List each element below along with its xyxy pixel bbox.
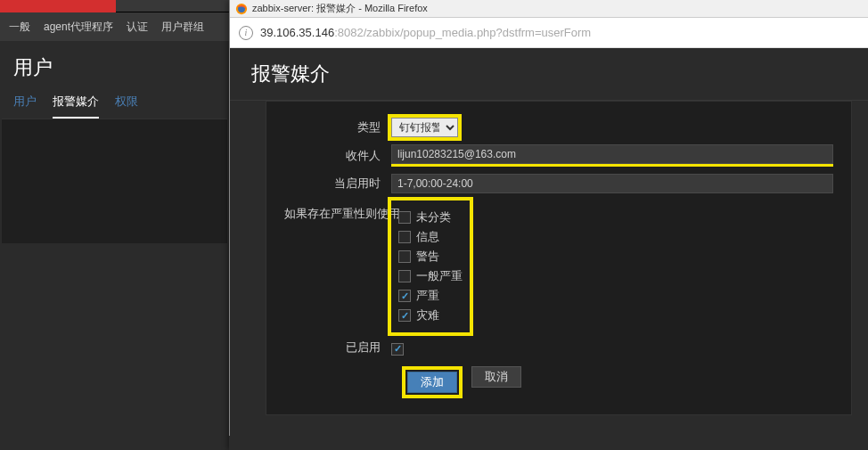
checkbox-average[interactable] bbox=[398, 270, 411, 282]
row-when: 当启用时 bbox=[284, 174, 833, 193]
window-title: zabbix-server: 报警媒介 - Mozilla Firefox bbox=[252, 2, 428, 15]
label-when: 当启用时 bbox=[284, 176, 391, 192]
severity-item: 一般严重 bbox=[398, 268, 463, 284]
top-nav: 一般 agent代理程序 认证 用户群组 bbox=[0, 12, 229, 41]
cancel-button[interactable]: 取消 bbox=[471, 366, 521, 388]
firefox-icon bbox=[235, 3, 248, 15]
url-bar[interactable]: i 39.106.35.146:8082/zabbix/popup_media.… bbox=[230, 18, 868, 48]
panel-body bbox=[2, 119, 227, 243]
nav-item-general[interactable]: 一般 bbox=[9, 20, 30, 35]
row-severity: 如果存在严重性则使用 未分类 信息 警告 一般严重 严重 灾难 bbox=[284, 200, 833, 332]
info-icon[interactable]: i bbox=[239, 26, 253, 40]
nav-item-auth[interactable]: 认证 bbox=[127, 20, 148, 35]
select-type[interactable]: 钉钉报警 bbox=[391, 118, 458, 137]
window-titlebar: zabbix-server: 报警媒介 - Mozilla Firefox bbox=[230, 0, 868, 18]
severity-item: 警告 bbox=[398, 249, 463, 265]
sub-tabs: 用户 报警媒介 权限 bbox=[0, 81, 229, 119]
severity-item: 信息 bbox=[398, 229, 463, 245]
input-sendto[interactable] bbox=[391, 144, 833, 164]
severity-item: 严重 bbox=[398, 288, 463, 304]
label-sendto: 收件人 bbox=[284, 148, 391, 164]
input-when[interactable] bbox=[391, 174, 833, 193]
nav-item-agent[interactable]: agent代理程序 bbox=[44, 20, 113, 35]
parent-window: 一般 agent代理程序 认证 用户群组 用户 用户 报警媒介 权限 bbox=[0, 0, 229, 450]
checkbox-unclassified[interactable] bbox=[398, 211, 411, 224]
popup-content: 报警媒介 类型 钉钉报警 收件人 bbox=[230, 48, 868, 450]
brand-stripe bbox=[0, 0, 116, 12]
severity-item: 未分类 bbox=[398, 209, 463, 225]
checkbox-disaster[interactable] bbox=[398, 309, 411, 322]
row-type: 类型 钉钉报警 bbox=[284, 118, 833, 137]
button-row: 添加 取消 bbox=[284, 366, 833, 398]
checkbox-info[interactable] bbox=[398, 231, 411, 243]
severity-item: 灾难 bbox=[398, 307, 463, 323]
page-title: 用户 bbox=[0, 41, 229, 81]
tab-permissions[interactable]: 权限 bbox=[115, 94, 138, 119]
top-bar bbox=[0, 0, 229, 12]
media-form: 类型 钉钉报警 收件人 bbox=[266, 101, 852, 415]
severity-checklist: 未分类 信息 警告 一般严重 严重 灾难 bbox=[391, 200, 470, 332]
row-sendto: 收件人 bbox=[284, 144, 833, 167]
tab-media[interactable]: 报警媒介 bbox=[53, 94, 99, 119]
tab-user[interactable]: 用户 bbox=[13, 94, 37, 119]
popup-heading: 报警媒介 bbox=[230, 48, 868, 101]
row-enabled: 已启用 bbox=[284, 340, 833, 356]
label-type: 类型 bbox=[284, 119, 391, 135]
nav-item-usergroups[interactable]: 用户群组 bbox=[161, 20, 204, 35]
label-enabled: 已启用 bbox=[284, 340, 391, 356]
url-text: 39.106.35.146:8082/zabbix/popup_media.ph… bbox=[260, 26, 591, 39]
bottom-edge bbox=[229, 436, 868, 450]
label-severity: 如果存在严重性则使用 bbox=[284, 200, 391, 222]
checkbox-enabled[interactable] bbox=[391, 343, 404, 356]
add-button-highlight: 添加 bbox=[402, 366, 463, 398]
popup-window: zabbix-server: 报警媒介 - Mozilla Firefox i … bbox=[229, 0, 868, 450]
checkbox-high[interactable] bbox=[398, 290, 411, 302]
checkbox-warning[interactable] bbox=[398, 250, 411, 263]
add-button[interactable]: 添加 bbox=[407, 372, 457, 393]
